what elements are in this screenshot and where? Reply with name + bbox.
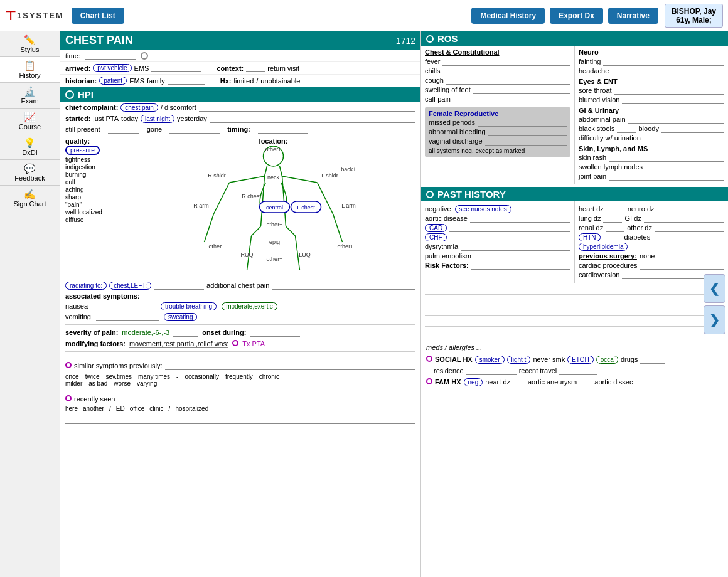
logo-text: 1SYSTEM [17,11,64,20]
sidebar-item-exam[interactable]: 🔬 Exam [0,83,60,109]
started-row: started: just PTA today last night yeste… [60,114,420,124]
heart-dz-fam-label: heart dz [485,378,510,386]
freq-occasionally[interactable]: occasionally [185,373,218,380]
svg-text:other+: other+ [265,146,282,152]
aortic-aneurysm-label: aortic aneurysm [528,378,577,386]
aortic-disease-label: aortic disease [425,214,468,222]
freq-frequently[interactable]: frequently [225,373,253,380]
svg-line-5 [214,183,230,214]
freq-worse[interactable]: worse [114,380,131,387]
freq-many-times[interactable]: many times [138,373,170,380]
diffuse: diffuse [65,216,131,223]
feedback-label: Feedback [14,174,45,182]
chart-list-button[interactable]: Chart List [72,8,124,24]
swollen-lymph-label: swollen lymph nodes [579,163,643,171]
freq-as-bad[interactable]: as bad [88,380,107,387]
past-right: heart dz neuro dz lung dz GI dz renal dz… [575,201,728,283]
medical-history-button[interactable]: Medical History [471,8,545,24]
svg-line-3 [230,176,265,183]
radiating-chip[interactable]: radiating to: [65,282,107,290]
export-dx-button[interactable]: Export Dx [550,8,603,24]
freq-varying[interactable]: varying [137,380,157,387]
light-t-chip[interactable]: light t [507,356,531,364]
clinic[interactable]: clinic [149,405,163,412]
narrative-button[interactable]: Narrative [608,8,658,24]
joint-pain-label: joint pain [579,172,606,180]
hyperlipidemia-chip[interactable]: hyperlipidemia [579,243,628,251]
past-history-header: PAST HISTORY [421,187,728,201]
female-repro-title[interactable]: Female Reproductive [429,110,567,117]
freq-chronic[interactable]: chronic [259,373,279,380]
severity-row: severity of pain: moderate,-6-,-3 onset … [60,327,420,339]
swelling-field [473,86,570,94]
here[interactable]: here [65,405,78,412]
sidebar-item-feedback[interactable]: 💬 Feedback [0,160,60,186]
onset-field [250,329,300,337]
pressure-chip[interactable]: pressure [65,146,100,155]
hx-unobtainable: unobtainable [260,77,300,85]
recently-circle[interactable] [65,395,72,401]
svg-text:L arm: L arm [341,203,356,209]
see-nurses-notes-chip[interactable]: see nurses notes [455,205,511,213]
similar-circle[interactable] [65,362,72,368]
ed[interactable]: ED [116,405,125,412]
freq-milder[interactable]: milder [65,380,82,387]
missed-periods-field [478,119,567,127]
chills-field [442,67,570,75]
never-smk-label: never smk [533,356,565,363]
svg-text:central: central [266,204,283,211]
past-history-title: PAST HISTORY [437,189,506,199]
nav-up-button[interactable]: ❮ [704,274,725,303]
chest-pain-chip[interactable]: chest pain [120,103,158,112]
sidebar-item-course[interactable]: 📈 Course [0,109,60,134]
etoh-chip[interactable]: ETOH [567,356,594,364]
chf-chip[interactable]: CHF [425,233,447,241]
sidebar-item-dxdi[interactable]: 💡 DxDI [0,134,60,160]
stylus-icon: ✏️ [24,34,36,46]
meds-allergies-row[interactable]: meds / allergies ... [421,341,728,354]
svg-text:neck: neck [267,174,280,181]
htn-chip[interactable]: HTN [579,233,601,241]
hospitalized[interactable]: hospitalized [175,405,208,412]
pvt-vehicle-chip[interactable]: pvt vehicle [93,64,131,72]
office[interactable]: office [130,405,145,412]
cad-chip[interactable]: CAD [425,224,447,232]
freq-twice[interactable]: twice [85,373,100,380]
radiating-value-chip[interactable]: chest,LEFT: [109,282,151,290]
body-diagram-svg: other+ neck back+ R shldr R chest L shld… [131,145,415,277]
heart-dz-field [606,205,625,213]
nav-down-button[interactable]: ❯ [704,305,725,334]
fainting-field [603,58,724,66]
freq-once[interactable]: once [65,373,79,380]
moderate-exertion-chip[interactable]: moderate,exertic [222,302,277,310]
past-left: negative see nurses notes aortic disease… [421,201,575,283]
headache-row: headache [579,67,724,75]
svg-text:other+: other+ [209,243,225,250]
sidebar-item-history[interactable]: 📋 History [0,57,60,83]
cad-field [449,224,570,232]
fam-neg-chip[interactable]: neg [464,378,483,386]
htn-diabetes-row: HTN diabetes [579,233,724,241]
sidebar: ✏️ Stylus 📋 History 🔬 Exam 📈 Course 💡 Dx… [0,31,60,577]
sidebar-item-sign-chart[interactable]: ✍️ Sign Chart [0,186,60,211]
skin-rash-label: skin rash [579,154,606,161]
dxdi-icon: 💡 [24,137,36,149]
residence-field [466,367,517,375]
bloody-field [661,125,724,133]
recently-field [117,395,415,403]
dxdi-label: DxDI [22,149,37,156]
tx-pta-circle[interactable] [232,340,238,346]
sweating-chip[interactable]: sweating [164,313,197,321]
another[interactable]: another [83,405,104,412]
trouble-breathing-chip[interactable]: trouble breathing [161,302,217,310]
patient-chip[interactable]: patient [99,77,127,85]
freq-sev-times[interactable]: sev.times [105,373,132,380]
sidebar-item-stylus[interactable]: ✏️ Stylus [0,31,60,57]
smoker-chip[interactable]: smoker [475,356,505,364]
additional-field [272,282,415,290]
vaginal-discharge-field [485,137,567,146]
time-circle[interactable] [141,52,148,60]
aortic-dissec-field [635,378,648,386]
occa-chip[interactable]: occa [596,356,618,364]
last-night-chip[interactable]: last night [141,115,174,123]
